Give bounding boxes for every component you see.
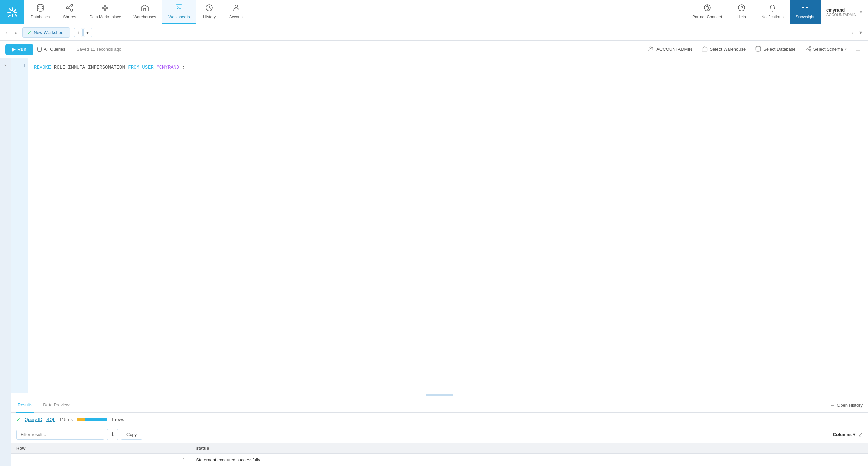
code-semicolon: ; [182, 65, 185, 70]
nav-item-databases[interactable]: Databases [24, 0, 56, 24]
query-id-link[interactable]: Query ID [25, 417, 42, 422]
code-role-text: ROLE IMMUTA_IMPERSONATION [51, 65, 128, 70]
sidebar-collapsed: › [0, 58, 11, 466]
open-history-button[interactable]: ← Open History [830, 403, 863, 408]
results-table-header-row: Row status [11, 443, 868, 454]
nav-item-worksheets[interactable]: Worksheets [162, 0, 196, 24]
svg-text:?: ? [741, 5, 743, 11]
svg-line-14 [68, 8, 71, 10]
run-play-icon: ▶ [12, 47, 15, 52]
keyword-revoke: REVOKE [34, 65, 51, 70]
nav-item-shares[interactable]: Shares [56, 0, 83, 24]
svg-rect-31 [802, 7, 804, 8]
data-marketplace-icon [101, 4, 109, 13]
col-header-status: status [191, 443, 868, 454]
tab-data-preview[interactable]: Data Preview [42, 398, 71, 413]
nav-item-help-label: Help [737, 15, 746, 19]
tabs-right-expand-btn[interactable]: ▾ [857, 28, 864, 37]
svg-point-36 [756, 46, 761, 48]
sidebar-collapsed-toggle[interactable]: › [3, 61, 7, 69]
table-row: 1 Statement executed successfully. [11, 454, 868, 466]
svg-point-33 [650, 47, 651, 48]
nav-item-partner-connect[interactable]: Partner Connect [686, 0, 728, 24]
svg-rect-32 [806, 7, 808, 8]
nav-item-help[interactable]: ? Help [728, 0, 755, 24]
cell-status: Statement executed successfully. [191, 454, 868, 466]
all-queries-checkbox[interactable] [37, 47, 42, 52]
tab-results[interactable]: Results [16, 398, 34, 413]
nav-item-notifications[interactable]: Notifications [755, 0, 789, 24]
columns-button[interactable]: Columns ▾ [833, 432, 855, 437]
warehouse-icon [702, 46, 708, 53]
svg-rect-1 [12, 7, 13, 11]
nav-item-data-marketplace[interactable]: Data Marketplace [83, 0, 127, 24]
nav-item-data-marketplace-label: Data Marketplace [89, 15, 121, 19]
all-queries-checkbox-label[interactable]: All Queries [37, 47, 65, 52]
shares-icon [65, 4, 74, 13]
svg-rect-18 [106, 8, 108, 11]
nav-item-warehouses[interactable]: Warehouses [127, 0, 162, 24]
nav-item-account[interactable]: Account [223, 0, 250, 24]
run-button-label: Run [17, 47, 26, 52]
worksheet-tab[interactable]: ✓ New Worksheet [22, 27, 70, 38]
add-tab-button[interactable]: + [74, 28, 83, 37]
filter-result-input[interactable] [16, 430, 104, 440]
nav-user[interactable]: cmyrand ACCOUNTADMIN ▼ [821, 0, 868, 24]
svg-rect-21 [176, 5, 182, 11]
sidebar-expand-btn[interactable]: » [13, 28, 20, 37]
expand-results-button[interactable]: ⤢ [858, 431, 863, 438]
nav-item-snowsight[interactable]: Snowsight [790, 0, 821, 24]
columns-chevron-icon: ▾ [853, 432, 855, 437]
warehouse-selector[interactable]: Select Warehouse [699, 44, 748, 55]
run-button[interactable]: ▶ Run [5, 44, 33, 55]
toolbar-right: ACCOUNTADMIN Select Warehouse Select Dat… [646, 44, 863, 55]
top-nav: Databases Shares Data Marketplace Wareho… [0, 0, 868, 24]
query-meta: ✓ Query ID SQL 115ms 1 rows [11, 413, 868, 426]
scroll-handle-row [11, 393, 868, 398]
copy-button[interactable]: Copy [121, 430, 142, 440]
schema-icon [805, 46, 811, 53]
role-selector[interactable]: ACCOUNTADMIN [646, 44, 695, 55]
tab-results-label: Results [18, 402, 32, 407]
databases-icon [36, 4, 44, 13]
select-schema-label: Select Schema [813, 47, 843, 52]
query-time: 115ms [59, 417, 73, 422]
nav-item-snowsight-label: Snowsight [796, 15, 814, 19]
svg-point-10 [71, 4, 73, 6]
tabs-right-collapse-btn[interactable]: › [850, 28, 856, 37]
svg-point-9 [37, 4, 43, 7]
worksheet-tab-label: New Worksheet [34, 30, 65, 35]
nav-item-account-label: Account [229, 15, 244, 19]
results-table: Row status 1 Statement executed successf… [11, 443, 868, 466]
sidebar-toggle-btn[interactable]: ‹ [4, 28, 10, 37]
nav-item-history[interactable]: History [196, 0, 223, 24]
svg-rect-3 [7, 12, 11, 13]
svg-point-11 [66, 7, 68, 9]
svg-rect-15 [102, 5, 104, 7]
logo[interactable] [0, 0, 24, 24]
schema-selector[interactable]: Select Schema ▾ [803, 44, 849, 55]
help-icon: ? [737, 4, 746, 13]
results-table-wrap: Row status 1 Statement executed successf… [11, 443, 868, 466]
svg-point-34 [652, 47, 653, 49]
scroll-handle[interactable] [426, 394, 453, 396]
toolbar-more-button[interactable]: ... [853, 44, 863, 54]
nav-item-shares-label: Shares [63, 15, 76, 19]
database-selector[interactable]: Select Database [752, 44, 798, 55]
tab-data-preview-label: Data Preview [43, 402, 69, 407]
query-sql-link[interactable]: SQL [46, 417, 55, 422]
download-button[interactable]: ⬇ [107, 429, 118, 440]
results-table-header: Row status [11, 443, 868, 454]
worksheet-tabs-bar: ‹ » ✓ New Worksheet + ▾ › ▾ [0, 24, 868, 41]
code-user-string: "CMYRAND" [156, 65, 182, 70]
svg-rect-16 [106, 5, 108, 7]
filter-bar: ⬇ Copy Columns ▾ ⤢ [11, 426, 868, 443]
select-database-label: Select Database [763, 47, 795, 52]
code-content[interactable]: REVOKE ROLE IMMUTA_IMPERSONATION FROM US… [28, 58, 868, 393]
database-icon [755, 46, 761, 53]
history-icon [205, 4, 213, 13]
code-editor[interactable]: 1 REVOKE ROLE IMMUTA_IMPERSONATION FROM … [11, 58, 868, 393]
tab-check-icon: ✓ [27, 30, 32, 35]
tab-dropdown-button[interactable]: ▾ [83, 28, 92, 37]
nav-item-warehouses-label: Warehouses [133, 15, 156, 19]
